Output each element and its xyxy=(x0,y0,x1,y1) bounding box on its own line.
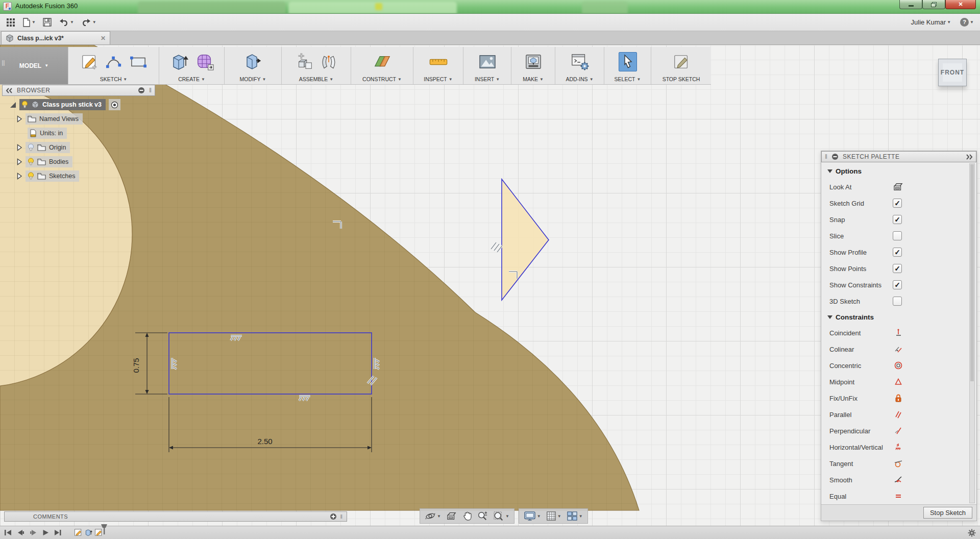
press-pull-button[interactable] xyxy=(243,52,263,72)
form-button[interactable] xyxy=(195,52,214,71)
timeline-skip-start-button[interactable] xyxy=(4,529,12,536)
modify-menu[interactable]: MODIFY▼ xyxy=(225,74,281,84)
sketch-grid-checkbox[interactable]: ✓ xyxy=(893,199,902,208)
browser-root-item[interactable]: Class push stick v3 xyxy=(19,99,106,110)
concentric-button[interactable] xyxy=(893,361,904,370)
timeline-settings-gear-icon[interactable] xyxy=(968,529,976,537)
timeline-playhead[interactable] xyxy=(100,524,108,535)
spline-button[interactable] xyxy=(104,54,124,70)
activate-component-radio[interactable] xyxy=(109,99,120,110)
insert-menu[interactable]: INSERT▼ xyxy=(463,74,511,84)
palette-scrollbar[interactable] xyxy=(969,163,975,503)
stop-sketch-button[interactable] xyxy=(672,52,691,71)
browser-item-named-views[interactable]: Named Views xyxy=(16,113,155,125)
fix-unfix-button[interactable] xyxy=(893,394,904,403)
orbit-button[interactable]: ▼ xyxy=(423,510,443,522)
visibility-bulb-icon[interactable] xyxy=(21,101,28,109)
redo-button[interactable]: ▼ xyxy=(79,17,99,28)
close-button[interactable]: ✕ xyxy=(945,0,976,9)
options-section-header[interactable]: Options xyxy=(827,163,965,179)
new-component-button[interactable] xyxy=(295,52,314,71)
show-profile-checkbox[interactable]: ✓ xyxy=(893,248,902,257)
show-points-checkbox[interactable]: ✓ xyxy=(893,264,902,273)
timeline-step-back-button[interactable] xyxy=(17,529,24,536)
look-at-nav-button[interactable] xyxy=(445,511,459,522)
stop-sketch-label[interactable]: STOP SKETCH xyxy=(651,74,711,84)
create-menu[interactable]: CREATE▼ xyxy=(159,74,224,84)
zoom-window-button[interactable]: ▼ xyxy=(492,510,511,522)
joint-button[interactable] xyxy=(320,52,338,71)
file-menu-button[interactable]: ▼ xyxy=(20,16,38,29)
stop-sketch-footer-button[interactable]: Stop Sketch xyxy=(923,507,972,519)
timeline-play-button[interactable] xyxy=(42,529,49,536)
width-dimension-value[interactable]: 2.50 xyxy=(257,437,272,446)
timeline-extrude-feature[interactable] xyxy=(85,528,92,537)
comments-bar[interactable]: COMMENTS ‖ xyxy=(4,511,347,522)
expander-closed-icon[interactable] xyxy=(16,115,22,122)
select-menu[interactable]: SELECT▼ xyxy=(604,74,651,84)
inspect-menu[interactable]: INSPECT▼ xyxy=(413,74,463,84)
coincident-button[interactable] xyxy=(893,328,904,337)
select-button[interactable] xyxy=(619,52,637,71)
measure-button[interactable] xyxy=(428,55,449,68)
expander-closed-icon[interactable] xyxy=(16,158,22,165)
look-at-button[interactable] xyxy=(893,183,904,191)
timeline-step-forward-button[interactable] xyxy=(30,529,37,536)
workspace-switcher[interactable]: ‖ MODEL ▼ xyxy=(0,47,68,84)
undo-button[interactable]: ▼ xyxy=(57,17,76,28)
add-comment-icon[interactable] xyxy=(330,513,337,520)
assemble-menu[interactable]: ASSEMBLE▼ xyxy=(282,74,351,84)
view-cube[interactable]: FRONT xyxy=(938,59,967,86)
timeline-skip-end-button[interactable] xyxy=(54,529,62,536)
snap-checkbox[interactable]: ✓ xyxy=(893,215,902,224)
model-canvas[interactable]: 0.75 2.50 xyxy=(0,45,980,526)
create-sketch-button[interactable] xyxy=(80,52,99,71)
insert-image-button[interactable] xyxy=(478,54,497,69)
collapse-panel-icon[interactable] xyxy=(6,88,13,93)
perpendicular-button[interactable] xyxy=(893,426,904,435)
extrude-button[interactable] xyxy=(169,52,190,72)
minimize-panel-icon[interactable] xyxy=(138,87,145,94)
construct-menu[interactable]: CONSTRUCT▼ xyxy=(351,74,413,84)
collapse-panel-icon[interactable] xyxy=(966,154,973,160)
height-dimension-value[interactable]: 0.75 xyxy=(132,358,140,373)
visibility-bulb-icon[interactable] xyxy=(28,143,34,152)
browser-root-row[interactable]: Class push stick v3 xyxy=(9,99,155,110)
addins-scripts-button[interactable] xyxy=(570,53,590,71)
user-menu[interactable]: Julie Kumar▼ xyxy=(909,17,953,28)
zoom-button[interactable] xyxy=(476,510,489,522)
sketch-palette-header[interactable]: ‖ SKETCH PALETTE xyxy=(821,151,976,162)
addins-menu[interactable]: ADD-INS▼ xyxy=(555,74,604,84)
constraints-section-header[interactable]: Constraints xyxy=(827,309,965,325)
equal-button[interactable] xyxy=(893,492,904,501)
smooth-button[interactable] xyxy=(893,475,904,484)
midpoint-button[interactable] xyxy=(893,377,904,386)
browser-item-origin[interactable]: Origin xyxy=(16,142,155,153)
tangent-button[interactable] xyxy=(893,459,904,468)
visibility-bulb-icon[interactable] xyxy=(28,172,34,180)
minimize-panel-icon[interactable] xyxy=(831,153,839,160)
display-settings-button[interactable]: ▼ xyxy=(522,510,543,522)
grid-settings-button[interactable]: ▼ xyxy=(545,510,563,522)
colinear-button[interactable] xyxy=(893,345,904,354)
expander-closed-icon[interactable] xyxy=(16,173,22,180)
sketch-menu[interactable]: SKETCH▼ xyxy=(68,74,159,84)
construct-plane-button[interactable] xyxy=(372,53,393,71)
triangle-sketch-profile[interactable] xyxy=(502,179,549,300)
save-button[interactable] xyxy=(41,16,54,28)
slice-checkbox[interactable] xyxy=(893,231,902,240)
browser-item-sketches[interactable]: Sketches xyxy=(16,170,155,182)
help-menu[interactable]: ?▼ xyxy=(958,16,976,28)
horizontal-vertical-button[interactable] xyxy=(893,443,904,452)
restore-button[interactable] xyxy=(922,0,945,9)
make-3dprint-button[interactable] xyxy=(524,53,543,70)
parallel-button[interactable] xyxy=(893,410,904,419)
3d-sketch-checkbox[interactable] xyxy=(893,297,902,306)
document-tab[interactable]: Class p...ick v3* ✕ xyxy=(1,31,110,44)
browser-item-units[interactable]: Units: in xyxy=(16,128,155,139)
expander-open-icon[interactable] xyxy=(9,101,16,108)
minimize-button[interactable] xyxy=(899,0,922,9)
visibility-bulb-icon[interactable] xyxy=(28,158,34,166)
make-menu[interactable]: MAKE▼ xyxy=(511,74,555,84)
browser-header[interactable]: BROWSER ‖ xyxy=(2,85,155,96)
